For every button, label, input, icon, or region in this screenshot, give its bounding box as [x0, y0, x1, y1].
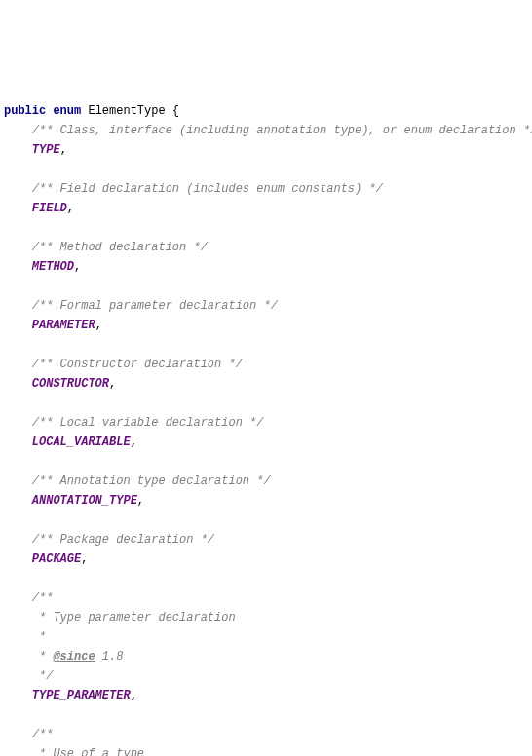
line: CONSTRUCTOR,: [4, 377, 116, 391]
line: /** Annotation type declaration */: [4, 474, 271, 488]
line: PACKAGE,: [4, 552, 88, 566]
class-name: ElementType: [88, 104, 165, 118]
line: /** Method declaration */: [4, 241, 208, 254]
punct: ,: [74, 260, 81, 274]
punct: ,: [81, 552, 88, 566]
line: */: [4, 669, 53, 683]
line: FIELD,: [4, 202, 74, 215]
enum-constant: CONSTRUCTOR: [32, 377, 109, 391]
line: public enum ElementType {: [4, 104, 179, 118]
line: /** Constructor declaration */: [4, 358, 243, 371]
javadoc-comment: /** Method declaration */: [32, 241, 208, 254]
line: /**: [4, 728, 53, 741]
keyword-public: public: [4, 104, 46, 118]
line: ANNOTATION_TYPE,: [4, 494, 144, 508]
punct: ,: [109, 377, 116, 391]
javadoc-tag-since: @since: [53, 650, 95, 663]
line: TYPE,: [4, 143, 67, 157]
line: /** Class, interface (including annotati…: [4, 124, 532, 137]
enum-constant: FIELD: [32, 202, 67, 215]
enum-constant: METHOD: [32, 260, 74, 274]
punct: ,: [131, 689, 137, 702]
javadoc-comment: /** Formal parameter declaration */: [32, 299, 278, 313]
line: * Use of a type: [4, 747, 144, 756]
javadoc-close: */: [32, 669, 54, 683]
line: * Type parameter declaration: [4, 611, 236, 624]
line: TYPE_PARAMETER,: [4, 689, 137, 702]
line: /** Field declaration (includes enum con…: [4, 182, 383, 196]
brace-open: {: [172, 104, 179, 118]
javadoc-open: /**: [32, 591, 54, 605]
line: /** Local variable declaration */: [4, 416, 263, 430]
javadoc-comment: /** Local variable declaration */: [32, 416, 264, 430]
enum-constant: PARAMETER: [32, 319, 95, 332]
javadoc-line: * Use of a type: [32, 747, 144, 756]
javadoc-comment: /** Annotation type declaration */: [32, 474, 271, 488]
line: /**: [4, 591, 53, 605]
punct: ,: [95, 319, 102, 332]
line: /** Package declaration */: [4, 533, 214, 547]
enum-constant: LOCAL_VARIABLE: [32, 435, 131, 449]
line: PARAMETER,: [4, 319, 102, 332]
javadoc-comment: /** Field declaration (includes enum con…: [32, 182, 383, 196]
javadoc-line: *: [32, 630, 46, 644]
code-block: { "code": { "l01": { "kw1": "public", "k…: [4, 23, 532, 756]
punct: ,: [137, 494, 144, 508]
line: * @since 1.8: [4, 650, 123, 663]
line: LOCAL_VARIABLE,: [4, 435, 137, 449]
javadoc-comment: /** Constructor declaration */: [32, 358, 243, 371]
javadoc-open: /**: [32, 728, 54, 741]
enum-constant: TYPE: [32, 143, 60, 157]
line: /** Formal parameter declaration */: [4, 299, 278, 313]
punct: ,: [67, 202, 74, 215]
javadoc-line: * @since 1.8: [32, 650, 124, 663]
line: METHOD,: [4, 260, 81, 274]
keyword-enum: enum: [53, 104, 81, 118]
enum-constant: ANNOTATION_TYPE: [32, 494, 137, 508]
javadoc-line: * Type parameter declaration: [32, 611, 236, 624]
javadoc-comment: /** Package declaration */: [32, 533, 214, 547]
punct: ,: [60, 143, 67, 157]
javadoc-comment: /** Class, interface (including annotati…: [32, 124, 532, 137]
line: *: [4, 630, 46, 644]
enum-constant: PACKAGE: [32, 552, 81, 566]
enum-constant: TYPE_PARAMETER: [32, 689, 131, 702]
punct: ,: [131, 435, 137, 449]
